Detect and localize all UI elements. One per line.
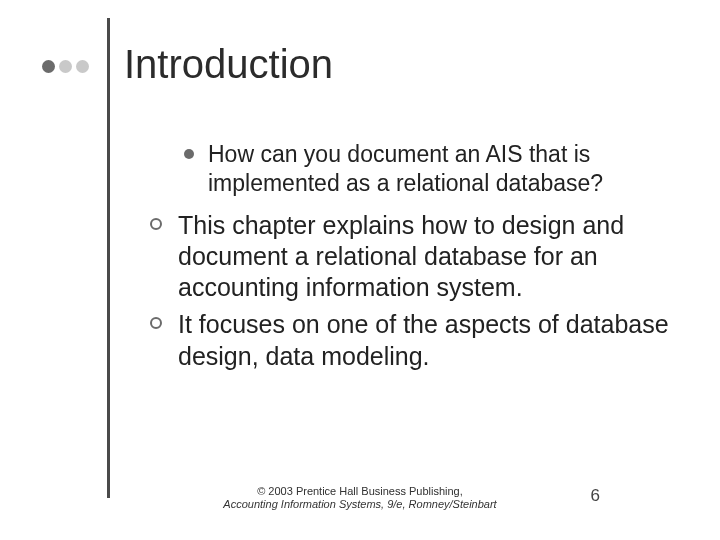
footer-copyright: © 2003 Prentice Hall Business Publishing…: [0, 485, 720, 513]
decor-dot-icon: [59, 60, 72, 73]
slide-title: Introduction: [124, 42, 333, 87]
footer-line-1: © 2003 Prentice Hall Business Publishing…: [0, 485, 720, 499]
list-item: It focuses on one of the aspects of data…: [150, 309, 670, 372]
slide: Introduction How can you document an AIS…: [0, 0, 720, 540]
bullet-filled-icon: [184, 149, 194, 159]
bullet-text: How can you document an AIS that is impl…: [208, 141, 603, 196]
bullet-hollow-icon: [150, 317, 162, 329]
decor-dot-icon: [42, 60, 55, 73]
vertical-divider: [107, 18, 110, 498]
page-number: 6: [591, 486, 600, 506]
slide-content: How can you document an AIS that is impl…: [150, 140, 670, 378]
footer-line-2: Accounting Information Systems, 9/e, Rom…: [0, 498, 720, 512]
list-item: How can you document an AIS that is impl…: [150, 140, 670, 198]
decor-dots: [42, 60, 89, 73]
list-item: This chapter explains how to design and …: [150, 210, 670, 304]
bullet-text: This chapter explains how to design and …: [178, 211, 624, 302]
bullet-text: It focuses on one of the aspects of data…: [178, 310, 669, 369]
decor-dot-icon: [76, 60, 89, 73]
bullet-hollow-icon: [150, 218, 162, 230]
